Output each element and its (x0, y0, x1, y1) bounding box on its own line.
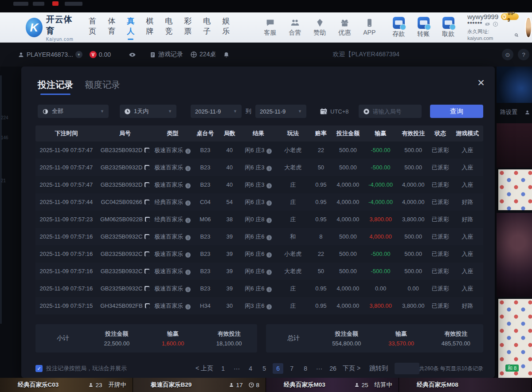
live-table-tile-0[interactable]: 经典百家乐C0323开牌中 (0, 378, 133, 392)
page-button-4[interactable]: 4 (245, 363, 256, 374)
copy-icon[interactable] (145, 165, 149, 170)
copy-icon[interactable] (145, 234, 149, 239)
nav-item-6[interactable]: 电子 (203, 16, 211, 39)
brand-logo[interactable]: K 开云体育 Kaiyun.com (26, 14, 76, 42)
quick-item-3[interactable]: 优惠 (336, 18, 353, 37)
nav-item-5[interactable]: 彩票 (184, 16, 192, 39)
info-icon[interactable]: i (185, 149, 191, 154)
balance-visibility-toggle[interactable] (129, 51, 136, 59)
copy-icon[interactable] (145, 286, 149, 291)
user-avatar[interactable] (525, 17, 532, 38)
help-icon[interactable]: ? (518, 49, 529, 60)
tables-count-link[interactable]: 224桌 (190, 51, 216, 59)
nav-item-7[interactable]: 娱乐 (222, 16, 230, 39)
nav-item-1[interactable]: 体育 (108, 16, 115, 39)
info-icon[interactable]: i (266, 218, 272, 223)
eye-off-icon[interactable] (485, 21, 490, 27)
table-row[interactable]: 2025-11-09 07:57:23GM0625B0922B经典百家乐iM06… (35, 211, 483, 228)
table-row[interactable]: 2025-11-09 07:57:16GB2325B0932C极速百家乐iB23… (35, 280, 483, 297)
live-table-tile-1[interactable]: 极速百家乐B29178 (133, 378, 266, 392)
quick-item-1[interactable]: 合营 (286, 18, 303, 37)
search-button[interactable]: 查询 (430, 105, 483, 118)
next-page-button[interactable]: 下页 > (341, 363, 362, 374)
wallet-item-0[interactable]: 存款 (389, 17, 408, 38)
notifications-bell[interactable] (223, 51, 230, 58)
cell-table-no: B23 (192, 181, 218, 188)
prev-page-button[interactable]: < 上页 (194, 363, 215, 374)
balance-display[interactable]: V 0.00 (90, 51, 111, 58)
table-row[interactable]: 2025-11-09 07:57:16GB2325B0932C极速百家乐iB23… (35, 263, 483, 280)
magnifier-icon[interactable] (514, 33, 519, 38)
page-button-···[interactable]: ··· (314, 363, 325, 374)
modal-tab-1[interactable]: 额度记录 (85, 79, 120, 95)
copy-icon[interactable] (145, 251, 149, 256)
info-icon[interactable]: i (266, 235, 272, 240)
live-table-tile-3[interactable]: 经典百家乐M08 (399, 378, 532, 392)
nav-item-2[interactable]: 真人 (127, 16, 134, 39)
page-button-5[interactable]: 5 (259, 363, 270, 374)
quick-item-0[interactable]: 客服 (262, 18, 278, 37)
date-to-picker[interactable]: 2025-11-9 ▼ (255, 105, 306, 118)
info-icon[interactable]: i (185, 200, 191, 206)
page-button-1[interactable]: 1 (218, 363, 228, 374)
info-icon[interactable]: i (185, 287, 191, 292)
table-row[interactable]: 2025-11-09 07:57:15GH3425B092FB极速百家乐iH34… (35, 297, 483, 314)
info-icon[interactable]: i (185, 304, 191, 310)
info-icon[interactable]: i (266, 183, 272, 188)
page-button-26[interactable]: 26 (328, 363, 338, 374)
quick-item-4[interactable]: APP (361, 18, 378, 37)
table-row[interactable]: 2025-11-09 07:57:47GB2325B0932D极速百家乐iB23… (35, 141, 483, 159)
merge-checkbox[interactable]: ✓ (35, 365, 43, 372)
info-icon[interactable]: i (266, 287, 272, 292)
wallet-item-2[interactable]: 取款 (439, 17, 458, 38)
info-icon[interactable]: i (266, 252, 272, 258)
table-row[interactable]: 2025-11-09 07:57:16GB2325B0932C极速百家乐iB23… (35, 245, 483, 263)
info-icon[interactable]: i (185, 252, 191, 258)
round-search-input[interactable] (373, 108, 417, 115)
wallet-item-1[interactable]: 转账 (414, 17, 433, 38)
info-icon[interactable]: i (185, 270, 191, 275)
nav-item-4[interactable]: 电竞 (165, 16, 172, 39)
page-button-7[interactable]: 7 (286, 363, 297, 374)
page-button-6[interactable]: 6 (273, 363, 283, 374)
nav-item-0[interactable]: 首页 (89, 16, 96, 39)
quick-item-2[interactable]: 赞助 (311, 18, 328, 37)
table-row[interactable]: 2025-11-09 07:57:16GB2325B0932C极速百家乐iB23… (35, 228, 483, 245)
page-button-8[interactable]: 8 (300, 363, 311, 374)
info-icon[interactable]: i (185, 166, 191, 171)
road-settings-fragment[interactable]: 路设置 (500, 107, 532, 117)
info-icon[interactable]: i (266, 166, 272, 171)
copy-icon[interactable] (145, 269, 149, 274)
info-icon[interactable]: i (266, 270, 272, 275)
time-range-select[interactable]: 1天内 ▼ (120, 105, 176, 118)
date-from-picker[interactable]: 2025-11-9 ▼ (191, 105, 242, 118)
info-icon[interactable]: i (185, 183, 191, 188)
timezone-display[interactable]: UTC+8 (320, 108, 349, 115)
info-icon[interactable]: i (185, 235, 191, 240)
player-account-dropdown[interactable]: PLAYER46873... ▾ (18, 51, 82, 58)
page-button-···[interactable]: ··· (231, 363, 242, 374)
table-row[interactable]: 2025-11-09 07:57:44GC0425B09266经典百家乐iC04… (35, 193, 483, 211)
copy-icon[interactable] (145, 200, 149, 204)
info-icon[interactable]: i (266, 149, 272, 154)
table-row[interactable]: 2025-11-09 07:57:47GB2325B0932D极速百家乐iB23… (35, 176, 483, 193)
live-table-tile-2[interactable]: 经典百家乐M0325结算中 (266, 378, 399, 392)
round-search-field[interactable] (359, 105, 422, 118)
copy-icon[interactable] (145, 303, 150, 308)
copy-icon[interactable] (145, 217, 150, 222)
copy-icon[interactable] (145, 148, 149, 153)
nav-item-3[interactable]: 棋牌 (146, 16, 153, 39)
jump-page-input[interactable] (395, 363, 419, 374)
search-icon[interactable]: ⊙ (502, 49, 513, 60)
refresh-circle-icon[interactable] (493, 21, 498, 27)
game-record-link[interactable]: 游戏记录 (149, 51, 183, 59)
close-icon[interactable]: ✕ (475, 77, 487, 89)
chevron-down-icon[interactable]: ▾ (75, 51, 82, 58)
modal-tab-0[interactable]: 投注记录 (38, 79, 73, 95)
game-type-select[interactable]: 全部 ▼ (38, 105, 109, 118)
copy-icon[interactable] (145, 182, 149, 187)
info-icon[interactable]: i (266, 200, 272, 206)
table-row[interactable]: 2025-11-09 07:57:47GB2325B0932D极速百家乐iB23… (35, 159, 483, 176)
info-icon[interactable]: i (266, 304, 272, 310)
info-icon[interactable]: i (185, 218, 191, 223)
